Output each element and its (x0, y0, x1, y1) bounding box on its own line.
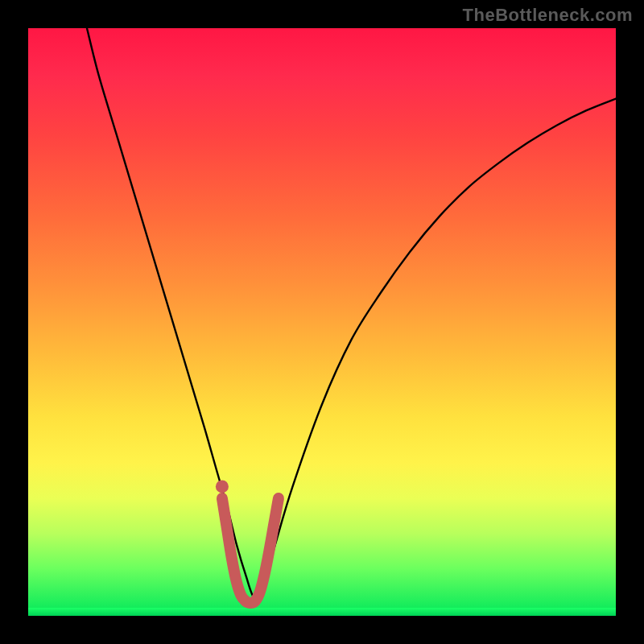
bottleneck-curve (87, 28, 616, 599)
chart-frame: TheBottleneck.com (0, 0, 644, 644)
chart-plot-area (28, 28, 616, 616)
watermark-text: TheBottleneck.com (463, 5, 633, 26)
chart-svg (28, 28, 616, 616)
valley-dot (216, 480, 229, 493)
